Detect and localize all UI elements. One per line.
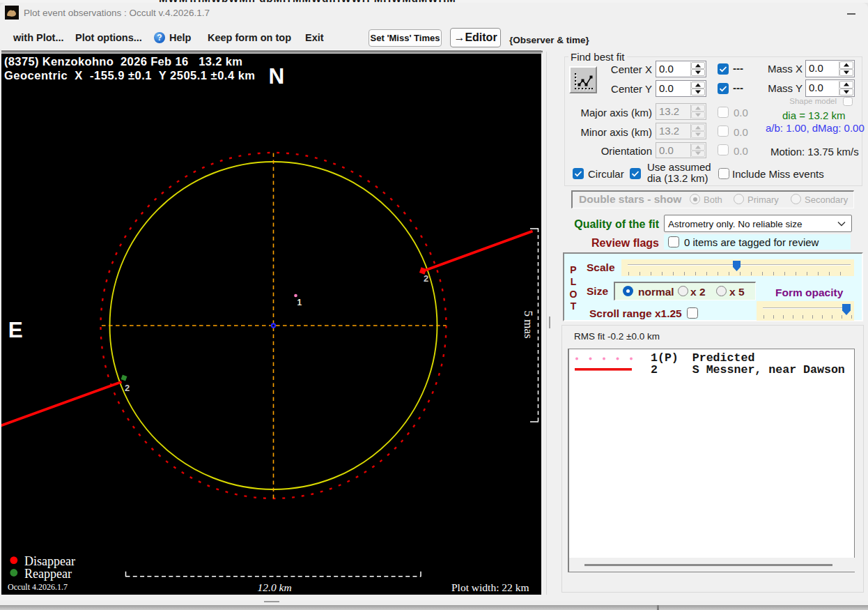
svg-text:Occult 4.2026.1.7: Occult 4.2026.1.7 (8, 582, 68, 592)
svg-text:2: 2 (125, 383, 130, 393)
svg-text:2: 2 (424, 273, 428, 284)
svg-text:Reappear: Reappear (24, 567, 72, 581)
svg-text:1: 1 (297, 298, 302, 307)
svg-text:Plot width: 22 km: Plot width: 22 km (451, 581, 529, 593)
svg-text:Disappear: Disappear (24, 554, 75, 568)
svg-text:(8375) Kenzokohno 2026 Feb 16: (8375) Kenzokohno 2026 Feb 16 13.2 km (4, 55, 242, 68)
svg-text:N: N (269, 63, 285, 89)
svg-text:5 mas: 5 mas (522, 311, 535, 339)
svg-text:E: E (8, 317, 23, 342)
svg-text:12.0 km: 12.0 km (258, 581, 292, 593)
svg-text:Geocentric X -155.9 ±0.1 Y: Geocentric X -155.9 ±0.1 Y 2505.1 ±0.4 k… (4, 69, 256, 82)
